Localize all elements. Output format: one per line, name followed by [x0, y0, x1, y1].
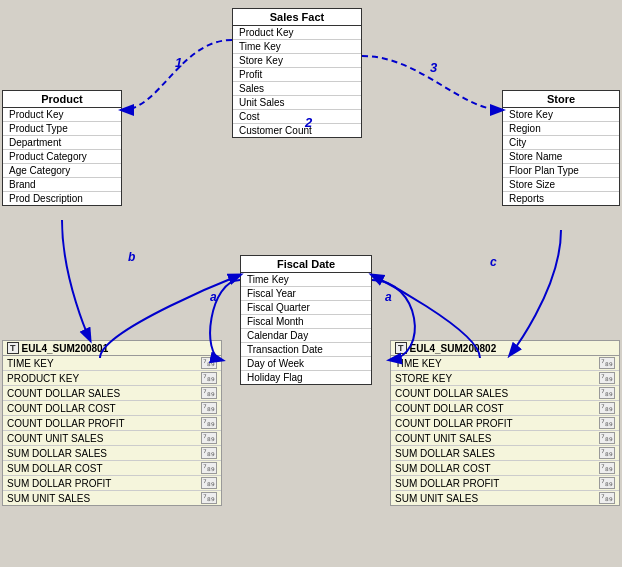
fd-field-0: Time Key: [241, 273, 371, 287]
sum1-row-7-icon: ⁷₈₉: [201, 462, 217, 474]
st-field-6: Reports: [503, 192, 619, 205]
fiscal-date-box: Fiscal Date Time Key Fiscal Year Fiscal …: [240, 255, 372, 385]
sum1-row-7: SUM DOLLAR COST ⁷₈₉: [3, 461, 221, 476]
sum1-row-5-label: COUNT UNIT SALES: [7, 433, 103, 444]
arrow-c: [510, 230, 561, 355]
sum1-row-1: PRODUCT KEY ⁷₈₉: [3, 371, 221, 386]
sum-box-2: T EUL4_SUM200802 TIME KEY ⁷₈₉ STORE KEY …: [390, 340, 620, 506]
sum1-row-2-label: COUNT DOLLAR SALES: [7, 388, 120, 399]
sum2-title: EUL4_SUM200802: [410, 343, 497, 354]
sales-fact-box: Sales Fact Product Key Time Key Store Ke…: [232, 8, 362, 138]
sum2-row-3-label: COUNT DOLLAR COST: [395, 403, 504, 414]
sum1-row-8-icon: ⁷₈₉: [201, 477, 217, 489]
sum2-row-6: SUM DOLLAR SALES ⁷₈₉: [391, 446, 619, 461]
sum2-row-1: STORE KEY ⁷₈₉: [391, 371, 619, 386]
sum2-row-5: COUNT UNIT SALES ⁷₈₉: [391, 431, 619, 446]
sum1-row-2: COUNT DOLLAR SALES ⁷₈₉: [3, 386, 221, 401]
arrow-1: [122, 40, 232, 110]
sum1-row-4-icon: ⁷₈₉: [201, 417, 217, 429]
sum1-row-6: SUM DOLLAR SALES ⁷₈₉: [3, 446, 221, 461]
sum2-row-7-label: SUM DOLLAR COST: [395, 463, 491, 474]
label-1: 1: [175, 55, 182, 70]
sf-field-6: Cost: [233, 110, 361, 124]
st-field-3: Store Name: [503, 150, 619, 164]
p-field-1: Product Type: [3, 122, 121, 136]
label-a2: a: [385, 290, 392, 304]
fd-field-6: Day of Week: [241, 357, 371, 371]
sum1-row-2-icon: ⁷₈₉: [201, 387, 217, 399]
sum1-row-0-label: TIME KEY: [7, 358, 54, 369]
st-field-2: City: [503, 136, 619, 150]
label-c: c: [490, 255, 497, 269]
sum1-row-7-label: SUM DOLLAR COST: [7, 463, 103, 474]
p-field-4: Age Category: [3, 164, 121, 178]
sum1-row-0-icon: ⁷₈₉: [201, 357, 217, 369]
product-title: Product: [3, 91, 121, 108]
sum1-row-9-label: SUM UNIT SALES: [7, 493, 90, 504]
sum1-header: T EUL4_SUM200801: [3, 341, 221, 356]
sum1-row-4-label: COUNT DOLLAR PROFIT: [7, 418, 125, 429]
st-field-0: Store Key: [503, 108, 619, 122]
sum2-row-1-label: STORE KEY: [395, 373, 452, 384]
sum2-header: T EUL4_SUM200802: [391, 341, 619, 356]
sf-field-5: Unit Sales: [233, 96, 361, 110]
sum1-row-0: TIME KEY ⁷₈₉: [3, 356, 221, 371]
sum2-row-3: COUNT DOLLAR COST ⁷₈₉: [391, 401, 619, 416]
sum1-row-6-label: SUM DOLLAR SALES: [7, 448, 107, 459]
st-field-5: Store Size: [503, 178, 619, 192]
sf-field-4: Sales: [233, 82, 361, 96]
sum2-row-0-label: TIME KEY: [395, 358, 442, 369]
sum2-row-7-icon: ⁷₈₉: [599, 462, 615, 474]
label-b: b: [128, 250, 135, 264]
sum2-row-9-icon: ⁷₈₉: [599, 492, 615, 504]
sum2-row-1-icon: ⁷₈₉: [599, 372, 615, 384]
sum2-row-2-icon: ⁷₈₉: [599, 387, 615, 399]
sum1-row-8-label: SUM DOLLAR PROFIT: [7, 478, 111, 489]
fd-field-3: Fiscal Month: [241, 315, 371, 329]
sf-field-3: Profit: [233, 68, 361, 82]
sum1-t-icon: T: [7, 342, 19, 354]
sum1-row-3-icon: ⁷₈₉: [201, 402, 217, 414]
sum2-t-icon: T: [395, 342, 407, 354]
sum2-row-5-label: COUNT UNIT SALES: [395, 433, 491, 444]
sum2-row-4-icon: ⁷₈₉: [599, 417, 615, 429]
sum2-row-6-label: SUM DOLLAR SALES: [395, 448, 495, 459]
store-box: Store Store Key Region City Store Name F…: [502, 90, 620, 206]
sum2-row-3-icon: ⁷₈₉: [599, 402, 615, 414]
sum2-row-8-icon: ⁷₈₉: [599, 477, 615, 489]
sum1-row-8: SUM DOLLAR PROFIT ⁷₈₉: [3, 476, 221, 491]
sum1-title: EUL4_SUM200801: [22, 343, 109, 354]
label-3: 3: [430, 60, 437, 75]
sum1-row-4: COUNT DOLLAR PROFIT ⁷₈₉: [3, 416, 221, 431]
diagram-container: Sales Fact Product Key Time Key Store Ke…: [0, 0, 622, 567]
sum2-row-8: SUM DOLLAR PROFIT ⁷₈₉: [391, 476, 619, 491]
p-field-3: Product Category: [3, 150, 121, 164]
sum2-row-2-label: COUNT DOLLAR SALES: [395, 388, 508, 399]
sum2-row-8-label: SUM DOLLAR PROFIT: [395, 478, 499, 489]
sum2-row-9: SUM UNIT SALES ⁷₈₉: [391, 491, 619, 505]
sales-fact-title: Sales Fact: [233, 9, 361, 26]
sum2-row-4: COUNT DOLLAR PROFIT ⁷₈₉: [391, 416, 619, 431]
store-title: Store: [503, 91, 619, 108]
fiscal-date-title: Fiscal Date: [241, 256, 371, 273]
sf-field-2: Store Key: [233, 54, 361, 68]
fd-field-1: Fiscal Year: [241, 287, 371, 301]
label-2: 2: [305, 115, 312, 130]
arrow-b: [62, 220, 90, 340]
sum1-row-3: COUNT DOLLAR COST ⁷₈₉: [3, 401, 221, 416]
sum2-row-5-icon: ⁷₈₉: [599, 432, 615, 444]
sum-box-1: T EUL4_SUM200801 TIME KEY ⁷₈₉ PRODUCT KE…: [2, 340, 222, 506]
sum2-row-4-label: COUNT DOLLAR PROFIT: [395, 418, 513, 429]
sum1-row-5: COUNT UNIT SALES ⁷₈₉: [3, 431, 221, 446]
p-field-0: Product Key: [3, 108, 121, 122]
st-field-4: Floor Plan Type: [503, 164, 619, 178]
sum2-row-0-icon: ⁷₈₉: [599, 357, 615, 369]
sum1-row-3-label: COUNT DOLLAR COST: [7, 403, 116, 414]
st-field-1: Region: [503, 122, 619, 136]
sf-field-7: Customer Count: [233, 124, 361, 137]
sf-field-1: Time Key: [233, 40, 361, 54]
sum2-row-0: TIME KEY ⁷₈₉: [391, 356, 619, 371]
sum1-row-6-icon: ⁷₈₉: [201, 447, 217, 459]
fd-field-4: Calendar Day: [241, 329, 371, 343]
sum1-row-9-icon: ⁷₈₉: [201, 492, 217, 504]
